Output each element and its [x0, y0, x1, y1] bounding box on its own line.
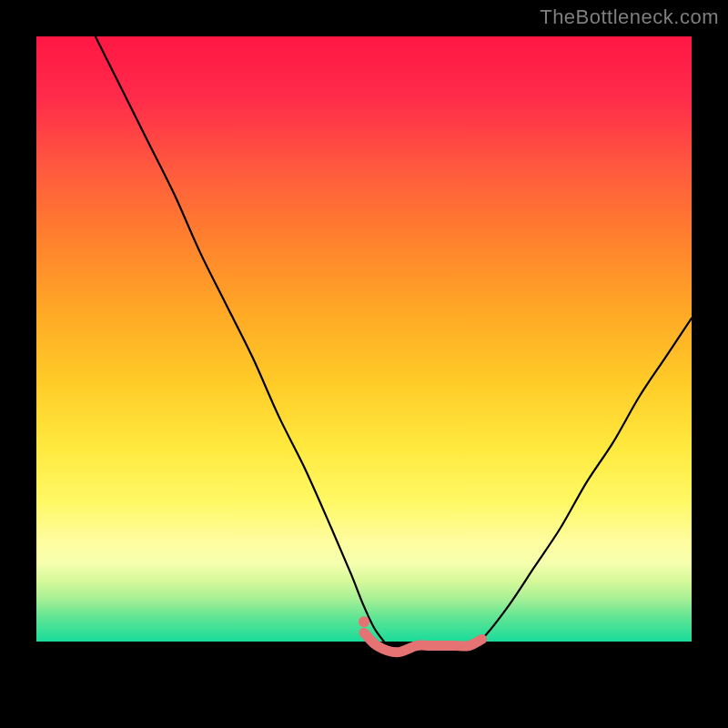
plot-area — [36, 36, 692, 692]
svg-point-0 — [359, 616, 369, 627]
primary-curve — [96, 36, 692, 652]
curve-layer — [36, 36, 692, 692]
watermark-text: TheBottleneck.com — [540, 5, 719, 29]
chart-frame: TheBottleneck.com — [0, 0, 728, 728]
